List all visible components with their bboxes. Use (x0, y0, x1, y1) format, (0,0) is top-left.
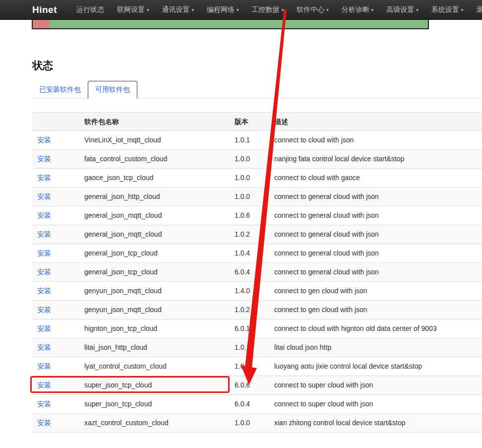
table-row: 安装lyat_control_custom_cloud1.0.0luoyang … (32, 357, 482, 376)
nav-item-analysis-diagnosis[interactable]: 分析诊断▾ (335, 0, 380, 19)
action-cell: 安装 (32, 338, 84, 357)
table-row: 安装general_json_mqtt_cloud1.0.6connect to… (32, 206, 482, 225)
install-link[interactable]: 安装 (37, 136, 51, 144)
action-cell: 安装 (32, 150, 84, 168)
install-link[interactable]: 安装 (37, 211, 51, 219)
nav-item-label: 联网设置 (117, 5, 145, 14)
caret-down-icon: ▾ (416, 7, 419, 12)
description-cell: connect to super cloud with json (274, 395, 482, 413)
header-version: 版本 (235, 113, 274, 130)
install-link[interactable]: 安装 (37, 381, 51, 389)
nav-item-system-settings[interactable]: 系统设置▾ (425, 0, 470, 19)
table-row: 安装VineLinX_iot_mqtt_cloud1.0.1connect to… (32, 131, 482, 150)
version-cell: 1.0.0 (235, 414, 274, 432)
description-cell: connect to cloud with hignton old data c… (274, 320, 482, 338)
version-cell: 1.0.0 (235, 169, 274, 187)
description-cell: nanjing fata control local device start&… (274, 150, 482, 168)
description-cell: connect to general cloud with json (274, 225, 482, 244)
version-cell: 1.0.0 (235, 188, 274, 206)
package-name-cell: xazt_control_custom_cloud (84, 414, 235, 432)
install-link[interactable]: 安装 (37, 192, 51, 200)
nav-item-advanced-settings[interactable]: 高级设置▾ (380, 0, 425, 19)
package-name-cell: general_json_mqtt_cloud (84, 206, 235, 225)
package-name-cell: general_json_mqtt_cloud (84, 225, 235, 244)
table-row: 安装super_json_tcp_cloud6.0.4connect to su… (32, 395, 482, 414)
tab-available-packages[interactable]: 可用软件包 (88, 81, 137, 99)
action-cell: 安装 (32, 320, 84, 338)
table-row: 安装xazt_control_custom_cloud1.0.0xian zhi… (32, 414, 482, 433)
tab-bar: 已安装软件包可用软件包 (32, 81, 482, 99)
action-cell: 安装 (32, 376, 84, 394)
nav-item-comm-settings[interactable]: 通讯设置▾ (156, 0, 201, 19)
description-cell: connect to cloud with gaoce (274, 169, 482, 187)
install-link[interactable]: 安装 (37, 362, 51, 370)
install-link[interactable]: 安装 (37, 343, 51, 351)
caret-down-icon: ▾ (192, 7, 194, 12)
action-cell: 安装 (32, 131, 84, 149)
action-cell: 安装 (32, 263, 84, 281)
package-name-cell: super_json_tcp_cloud (84, 376, 235, 394)
description-cell: connect to cloud with json (274, 131, 482, 149)
package-name-cell: general_json_http_cloud (84, 188, 235, 206)
version-cell: 6.0.4 (235, 395, 274, 413)
version-cell: 1.0.2 (235, 225, 274, 244)
install-link[interactable]: 安装 (37, 174, 51, 182)
table-row: 安装genyun_json_mqtt_cloud1.0.2connect to … (32, 301, 482, 320)
nav-item-programming-network[interactable]: 编程网络▾ (200, 0, 245, 19)
page: Hinet 运行状态联网设置▾通讯设置▾编程网络▾工控数据▾软件中心▾分析诊断▾… (0, 0, 482, 448)
version-cell: 1.0.0 (235, 357, 274, 376)
version-cell: 1.4.0 (235, 282, 274, 300)
nav-item-ics-data[interactable]: 工控数据▾ (245, 0, 291, 19)
install-link[interactable]: 安装 (37, 324, 51, 332)
action-cell: 安装 (32, 301, 84, 319)
description-cell: connect to general cloud with json (274, 188, 482, 206)
nav-item-label: 运行状态 (76, 5, 104, 14)
version-cell: 6.0.1 (235, 320, 274, 338)
description-cell: luoyang aotu jixie control local device … (274, 357, 482, 376)
package-table: 软件包名称 版本 描述 安装VineLinX_iot_mqtt_cloud1.0… (32, 112, 482, 433)
description-cell: connect to super cloud with json (274, 376, 482, 394)
version-cell: 1.0.1 (235, 131, 274, 149)
navbar-menu: 运行状态联网设置▾通讯设置▾编程网络▾工控数据▾软件中心▾分析诊断▾高级设置▾系… (70, 0, 482, 19)
brand-logo[interactable]: Hinet (32, 4, 57, 15)
action-cell: 安装 (32, 357, 84, 376)
package-name-cell: gaoce_json_tcp_cloud (84, 169, 235, 187)
install-link[interactable]: 安装 (37, 419, 51, 427)
version-cell: 6.0.4 (235, 263, 274, 281)
package-name-cell: hignton_json_tcp_cloud (84, 320, 235, 338)
package-name-cell: general_json_tcp_cloud (84, 244, 235, 262)
nav-item-label: 软件中心 (297, 5, 324, 14)
install-link[interactable]: 安装 (37, 230, 51, 238)
description-cell: connect to gen cloud with json (274, 282, 482, 300)
description-cell: connect to general cloud with json (274, 263, 482, 281)
nav-item-software-center[interactable]: 软件中心▾ (290, 0, 335, 19)
action-cell: 安装 (32, 206, 84, 225)
caret-down-icon: ▾ (147, 7, 149, 12)
package-name-cell: lyat_control_custom_cloud (84, 357, 235, 376)
main-content: 状态 已安装软件包可用软件包 软件包名称 版本 描述 安装VineLinX_io… (0, 28, 482, 448)
version-cell: 1.0.0 (235, 150, 274, 168)
install-link[interactable]: 安装 (37, 306, 51, 314)
version-cell: 6.0.6 (235, 376, 274, 394)
action-cell: 安装 (32, 188, 84, 206)
install-link[interactable]: 安装 (37, 249, 51, 257)
action-cell: 安装 (32, 225, 84, 244)
install-link[interactable]: 安装 (37, 155, 51, 163)
action-cell: 安装 (32, 169, 84, 187)
caret-down-icon: ▾ (461, 7, 464, 12)
description-cell: xian zhitong control local device start&… (274, 414, 482, 432)
install-link[interactable]: 安装 (37, 400, 51, 408)
nav-item-run-status[interactable]: 运行状态 (70, 0, 111, 19)
install-link[interactable]: 安装 (37, 287, 51, 295)
nav-item-label: 通讯设置 (162, 5, 190, 14)
header-package-name: 软件包名称 (84, 113, 235, 130)
nav-item-network-settings[interactable]: 联网设置▾ (111, 0, 156, 19)
nav-item-logout[interactable]: 退出 (470, 0, 482, 19)
version-cell: 1.0.1 (235, 338, 274, 357)
install-link[interactable]: 安装 (37, 268, 51, 276)
table-row: 安装super_json_tcp_cloud6.0.6connect to su… (32, 376, 482, 395)
package-name-cell: VineLinX_iot_mqtt_cloud (84, 131, 235, 149)
tab-installed-packages[interactable]: 已安装软件包 (32, 81, 88, 98)
package-name-cell: litai_json_http_cloud (84, 338, 235, 357)
table-row: 安装litai_json_http_cloud1.0.1litai cloud … (32, 338, 482, 357)
